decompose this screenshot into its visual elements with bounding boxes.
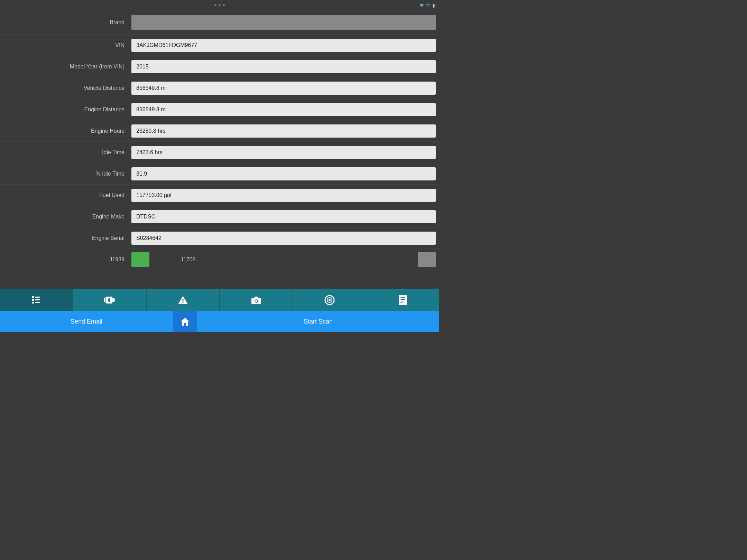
fuel-used-label: Fuel Used	[0, 192, 131, 198]
svg-rect-0	[32, 296, 34, 298]
model-year-value: 2015	[131, 60, 436, 73]
engine-distance-label: Engine Distance	[0, 106, 131, 113]
engine-distance-value: 856549.8 mi	[131, 103, 436, 116]
vin-row: VIN 3AKJGMD61FDGM9677	[0, 35, 439, 56]
vehicle-distance-value: 856549.8 mi	[131, 82, 436, 95]
engine-hours-label: Engine Hours	[0, 128, 131, 134]
svg-rect-2	[32, 299, 34, 301]
svg-rect-4	[32, 302, 34, 304]
warning-icon	[177, 295, 188, 306]
svg-point-18	[255, 300, 257, 302]
svg-rect-25	[400, 299, 405, 300]
j1708-label: J1708	[153, 256, 418, 263]
tab-engine[interactable]	[73, 289, 147, 311]
status-bar: ✱ ⇄ ▮	[0, 0, 439, 10]
vehicle-distance-row: Vehicle Distance 856549.8 mi	[0, 77, 439, 99]
engine-hours-value: 23289.8 hrs	[131, 124, 436, 138]
main-content: Brand VIN 3AKJGMD61FDGM9677 Model Year (…	[0, 10, 439, 289]
idle-time-value: 7423.6 hrs	[131, 146, 436, 159]
idle-time-label: Idle Time	[0, 149, 131, 156]
svg-point-22	[329, 299, 331, 301]
svg-rect-3	[35, 299, 40, 300]
dot-1	[214, 4, 216, 6]
idle-time-row: Idle Time 7423.6 hrs	[0, 142, 439, 163]
engine-serial-label: Engine Serial	[0, 235, 131, 241]
brand-row: Brand	[0, 10, 439, 35]
j1939-indicator	[131, 252, 149, 267]
action-bar: Send Email Start Scan	[0, 311, 439, 332]
svg-rect-24	[400, 297, 405, 298]
brand-value	[131, 15, 436, 30]
engine-make-label: Engine Make	[0, 214, 131, 220]
tab-notes[interactable]	[366, 289, 439, 311]
send-email-button[interactable]: Send Email	[0, 311, 173, 332]
tab-checklist[interactable]	[0, 289, 73, 311]
tire-icon	[324, 295, 335, 306]
svg-rect-27	[400, 302, 403, 303]
pct-idle-time-value: 31.9	[131, 167, 436, 180]
checklist-icon	[31, 295, 42, 306]
fuel-used-row: Fuel Used 157753.00 gal	[0, 185, 439, 206]
engine-distance-row: Engine Distance 856549.8 mi	[0, 99, 439, 120]
tab-camera[interactable]	[220, 289, 293, 311]
bluetooth-icon: ✱	[420, 2, 424, 8]
pct-idle-time-label: % Idle Time	[0, 171, 131, 177]
vehicle-distance-label: Vehicle Distance	[0, 85, 131, 91]
svg-rect-26	[400, 301, 404, 301]
camera-icon	[251, 295, 262, 305]
svg-rect-15	[183, 302, 184, 303]
model-year-label: Model Year (from VIN)	[0, 64, 131, 70]
signal-icon: ⇄	[426, 2, 430, 8]
j1939-label: J1939	[0, 256, 131, 263]
engine-serial-value: S0284642	[131, 232, 436, 245]
home-button[interactable]	[173, 311, 197, 332]
fuel-used-value: 157753.00 gal	[131, 189, 436, 202]
battery-icon: ▮	[432, 2, 435, 8]
svg-rect-12	[114, 299, 115, 301]
engine-hours-row: Engine Hours 23289.8 hrs	[0, 120, 439, 142]
home-icon	[180, 317, 190, 326]
svg-rect-5	[35, 302, 40, 303]
tab-tire[interactable]	[293, 289, 366, 311]
protocol-row: J1939 J1708	[0, 249, 439, 270]
tab-warning[interactable]	[147, 289, 220, 311]
status-icons: ✱ ⇄ ▮	[420, 2, 435, 8]
svg-rect-14	[183, 299, 184, 301]
svg-rect-11	[108, 298, 110, 302]
j1708-indicator	[418, 252, 436, 267]
svg-rect-23	[399, 295, 407, 305]
svg-marker-28	[181, 318, 189, 326]
pct-idle-time-row: % Idle Time 31.9	[0, 163, 439, 185]
svg-rect-6	[104, 298, 105, 302]
engine-icon	[103, 295, 116, 305]
engine-make-row: Engine Make DTDSC	[0, 206, 439, 227]
model-year-row: Model Year (from VIN) 2015	[0, 56, 439, 77]
tab-bar	[0, 289, 439, 311]
notes-icon	[398, 295, 408, 306]
start-scan-button[interactable]: Start Scan	[197, 311, 439, 332]
vin-value: 3AKJGMD61FDGM9677	[131, 39, 436, 52]
svg-rect-1	[35, 297, 40, 298]
vin-label: VIN	[0, 42, 131, 48]
engine-serial-row: Engine Serial S0284642	[0, 227, 439, 249]
status-dots	[214, 4, 225, 6]
dot-3	[223, 4, 225, 6]
engine-make-value: DTDSC	[131, 210, 436, 223]
brand-label: Brand	[0, 19, 131, 26]
dot-2	[219, 4, 221, 6]
svg-rect-19	[255, 297, 258, 298]
